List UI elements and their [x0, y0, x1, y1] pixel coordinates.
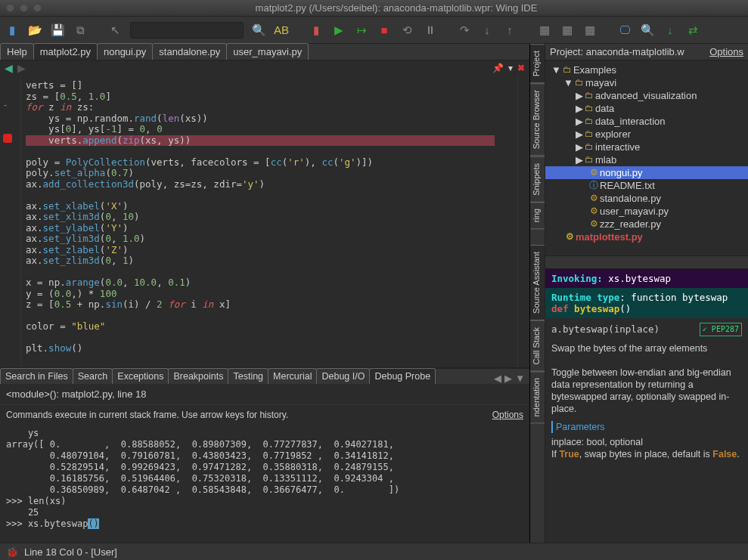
pep287-badge: ✓ PEP287	[700, 323, 742, 336]
tab-search-files[interactable]: Search in Files	[0, 368, 73, 384]
vtab-indentation[interactable]: ndentation	[530, 371, 545, 423]
tree-node-standalone[interactable]: ⚙ standalone.py	[545, 192, 748, 205]
editor-navbar: ◀ ▶ 📌 ▾ ✖	[0, 60, 529, 76]
vtab-call-stack[interactable]: Call Stack	[530, 320, 545, 372]
vtab-ring[interactable]: ring	[530, 202, 545, 229]
project-title: Project: anaconda-matplotlib.w	[550, 46, 684, 57]
tree-node-folder[interactable]: ▶ 🗀 mlab	[545, 153, 748, 166]
project-options-link[interactable]: Options	[709, 46, 743, 57]
tab-testing[interactable]: Testing	[228, 368, 268, 384]
tabs-menu-icon[interactable]: ▼	[515, 373, 525, 384]
tab-nongui[interactable]: nongui.py	[97, 43, 153, 60]
open-folder-icon[interactable]: 📂	[27, 23, 42, 38]
monitor-icon[interactable]: 🖵	[617, 23, 632, 38]
statusbar: 🐞 Line 18 Col 0 - [User]	[0, 543, 748, 560]
nav-fwd-icon[interactable]: ▶	[17, 62, 26, 74]
tree-node-readme[interactable]: ⓘ README.txt	[545, 179, 748, 192]
assist-body: a.byteswap(inplace)✓ PEP287 Swap the byt…	[545, 318, 748, 465]
debug-location[interactable]: <module>(): matplot2.py, line 18	[0, 384, 529, 405]
project-header: Project: anaconda-matplotlib.w Options	[545, 44, 748, 60]
window-title: matplot2.py (/Users/sdeibel): anaconda-m…	[51, 2, 742, 14]
step-over-icon[interactable]: ↷	[457, 23, 472, 38]
panel-divider[interactable]	[545, 255, 748, 269]
tab-exceptions[interactable]: Exceptions	[112, 368, 169, 384]
tree-node-examples[interactable]: ▼ 🗀 Examples	[545, 63, 748, 76]
find-icon[interactable]: 🔍	[640, 23, 655, 38]
restart-icon[interactable]: ⟲	[399, 23, 414, 38]
stop-icon[interactable]: ■	[377, 23, 392, 38]
panel3-icon[interactable]: ▦	[582, 23, 597, 38]
search-icon[interactable]: 🔍	[251, 23, 266, 38]
sync-icon[interactable]: ⇄	[685, 23, 700, 38]
tree-node-user-mayavi[interactable]: ⚙ user_mayavi.py	[545, 205, 748, 218]
tab-breakpoints[interactable]: Breakpoints	[168, 368, 228, 384]
debug-options-link[interactable]: Options	[492, 410, 523, 420]
editor-scrollbar[interactable]	[517, 76, 529, 367]
editor-gutter[interactable]: -	[0, 76, 21, 367]
panel2-icon[interactable]: ▦	[560, 23, 575, 38]
code-content[interactable]: verts = [] zs = [0.5, 1.0] for z in zs: …	[21, 76, 517, 367]
tab-standalone[interactable]: standalone.py	[152, 43, 227, 60]
bug-icon[interactable]: 🐞	[6, 546, 18, 558]
vtab-source-assistant[interactable]: Source Assistant	[530, 245, 545, 320]
pause-icon[interactable]: ⏸	[422, 23, 437, 38]
tree-node-folder[interactable]: ▶ 🗀 data_interaction	[545, 115, 748, 128]
vtab-snippets[interactable]: Snippets	[530, 156, 545, 203]
save-all-icon[interactable]: ⧉	[73, 23, 88, 38]
breakpoint-icon[interactable]	[3, 134, 12, 143]
tab-matplot2[interactable]: matplot2.py	[33, 43, 98, 60]
debug-console[interactable]: ys array([ 0. , 0.88588052, 0.89807309, …	[0, 428, 529, 543]
status-text: Line 18 Col 0 - [User]	[24, 546, 117, 558]
assist-runtime-type: Runtime type: function byteswapdef bytes…	[545, 288, 748, 318]
vtab-project[interactable]: Project	[530, 44, 545, 83]
tab-mercurial[interactable]: Mercurial	[268, 368, 317, 384]
run-icon[interactable]: ▶	[331, 23, 346, 38]
assist-invoking: Invoking: xs.byteswap	[545, 269, 748, 288]
tabs-left-icon[interactable]: ◀	[494, 373, 501, 384]
replace-icon[interactable]: AB	[274, 23, 289, 38]
titlebar: matplot2.py (/Users/sdeibel): anaconda-m…	[0, 0, 748, 17]
new-file-icon[interactable]: ▮	[5, 23, 20, 38]
project-tree[interactable]: ▼ 🗀 Examples ▼ 🗀 mayavi ▶ 🗀 advanced_vis…	[545, 60, 748, 255]
tab-user-mayavi[interactable]: user_mayavi.py	[226, 43, 309, 60]
tree-node-mayavi[interactable]: ▼ 🗀 mayavi	[545, 76, 748, 89]
bottom-tabs: Search in Files Search Exceptions Breakp…	[0, 367, 529, 384]
tree-node-zzz-reader[interactable]: ⚙ zzz_reader.py	[545, 218, 748, 230]
tree-node-folder[interactable]: ▶ 🗀 advanced_visualization	[545, 89, 748, 102]
menu-icon[interactable]: ▾	[508, 63, 513, 73]
nav-back-icon[interactable]: ◀	[5, 62, 13, 74]
step-out-icon[interactable]: ↑	[502, 23, 517, 38]
debug-hint: Commands execute in current stack frame.…	[6, 410, 288, 420]
new-doc-icon[interactable]: ▮	[309, 23, 324, 38]
tab-search[interactable]: Search	[73, 368, 113, 384]
debug-probe-panel: <module>(): matplot2.py, line 18 Command…	[0, 384, 529, 543]
file-tabs: Help matplot2.py nongui.py standalone.py…	[0, 44, 529, 60]
tab-help[interactable]: Help	[0, 43, 34, 60]
window-controls[interactable]	[6, 4, 42, 12]
save-icon[interactable]: 💾	[50, 23, 65, 38]
tab-debug-probe[interactable]: Debug Probe	[369, 368, 436, 384]
source-assistant: Invoking: xs.byteswap Runtime type: func…	[545, 269, 748, 543]
download-icon[interactable]: ↓	[663, 23, 678, 38]
tabs-right-icon[interactable]: ▶	[504, 373, 512, 384]
search-input[interactable]	[130, 22, 244, 39]
step-into-icon[interactable]: ↓	[480, 23, 495, 38]
main-toolbar: ▮ 📂 💾 ⧉ ↖ 🔍 AB ▮ ▶ ↦ ■ ⟲ ⏸ ↷ ↓ ↑ ▦ ▦ ▦ 🖵…	[0, 17, 748, 44]
debug-run-icon[interactable]: ↦	[354, 23, 369, 38]
pin-icon[interactable]: 📌	[492, 63, 504, 73]
tab-debug-io[interactable]: Debug I/O	[316, 368, 370, 384]
panel1-icon[interactable]: ▦	[537, 23, 552, 38]
tree-node-folder[interactable]: ▶ 🗀 interactive	[545, 141, 748, 153]
tree-node-matplottest[interactable]: ⚙ matplottest.py	[545, 230, 748, 243]
right-vertical-tabs-top: Project Source Browser Snippets ring Sou…	[530, 44, 545, 543]
pointer-icon[interactable]: ↖	[107, 23, 123, 38]
vtab-source-browser[interactable]: Source Browser	[530, 83, 545, 156]
tree-node-nongui[interactable]: ⚙ nongui.py	[545, 166, 748, 179]
tree-node-folder[interactable]: ▶ 🗀 explorer	[545, 128, 748, 141]
code-editor[interactable]: - verts = [] zs = [0.5, 1.0] for z in zs…	[0, 76, 529, 367]
close-icon[interactable]: ✖	[517, 63, 525, 73]
tree-node-folder[interactable]: ▶ 🗀 data	[545, 102, 748, 115]
